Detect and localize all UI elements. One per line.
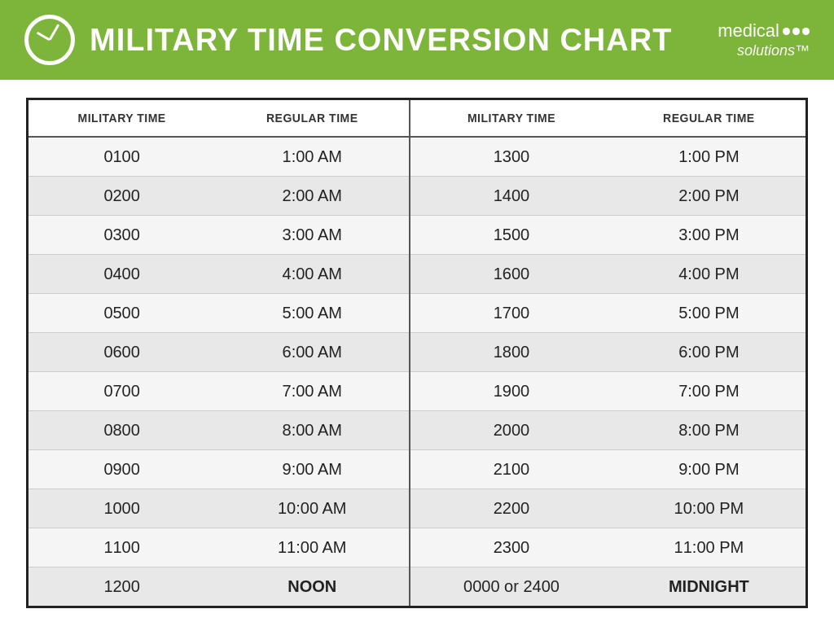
table-row: 110011:00 AM230011:00 PM: [29, 528, 805, 567]
cell-r7-c0: 0800: [29, 411, 215, 450]
cell-r3-c0: 0400: [29, 255, 215, 294]
cell-r6-c2: 1900: [410, 372, 612, 411]
page-header: MILITARY TIME CONVERSION CHART medical s…: [0, 0, 834, 80]
cell-r1-c3: 2:00 PM: [612, 177, 805, 216]
cell-r4-c1: 5:00 AM: [215, 294, 410, 333]
cell-r6-c0: 0700: [29, 372, 215, 411]
table-row: 08008:00 AM20008:00 PM: [29, 411, 805, 450]
table-row: 09009:00 AM21009:00 PM: [29, 450, 805, 489]
page-title: MILITARY TIME CONVERSION CHART: [90, 23, 672, 58]
cell-r2-c2: 1500: [410, 216, 612, 255]
cell-r0-c2: 1300: [410, 137, 612, 177]
brand-solutions-row: solutions™: [737, 42, 810, 59]
cell-r9-c2: 2200: [410, 489, 612, 528]
cell-r3-c1: 4:00 AM: [215, 255, 410, 294]
cell-r6-c1: 7:00 AM: [215, 372, 410, 411]
brand-dot-2: [792, 28, 800, 35]
col-military-2: MILITARY TIME: [410, 100, 612, 137]
brand-solutions: solutions™: [737, 42, 810, 59]
cell-r4-c2: 1700: [410, 294, 612, 333]
cell-r5-c1: 6:00 AM: [215, 333, 410, 372]
brand-dot-3: [802, 28, 810, 35]
cell-r0-c1: 1:00 AM: [215, 137, 410, 177]
cell-r4-c3: 5:00 PM: [612, 294, 805, 333]
cell-r11-c0: 1200: [29, 567, 215, 607]
col-regular-2: REGULAR TIME: [612, 100, 805, 137]
cell-r8-c2: 2100: [410, 450, 612, 489]
cell-r10-c3: 11:00 PM: [612, 528, 805, 567]
cell-r5-c0: 0600: [29, 333, 215, 372]
cell-r6-c3: 7:00 PM: [612, 372, 805, 411]
brand-logo: medical solutions™: [718, 20, 810, 59]
col-military-1: MILITARY TIME: [29, 100, 215, 137]
cell-r11-c1: NOON: [215, 567, 410, 607]
conversion-table-wrapper: MILITARY TIME REGULAR TIME MILITARY TIME…: [26, 98, 808, 608]
cell-r11-c3: MIDNIGHT: [612, 567, 805, 607]
clock-hour-hand: [37, 32, 50, 42]
cell-r5-c3: 6:00 PM: [612, 333, 805, 372]
cell-r2-c0: 0300: [29, 216, 215, 255]
table-row: 100010:00 AM220010:00 PM: [29, 489, 805, 528]
cell-r0-c0: 0100: [29, 137, 215, 177]
table-row: 03003:00 AM15003:00 PM: [29, 216, 805, 255]
table-row: 04004:00 AM16004:00 PM: [29, 255, 805, 294]
cell-r11-c2: 0000 or 2400: [410, 567, 612, 607]
table-body: 01001:00 AM13001:00 PM02002:00 AM14002:0…: [29, 137, 805, 606]
cell-r9-c1: 10:00 AM: [215, 489, 410, 528]
brand-name: medical: [718, 20, 779, 42]
clock-minute-hand: [49, 24, 60, 41]
cell-r2-c1: 3:00 AM: [215, 216, 410, 255]
cell-r3-c3: 4:00 PM: [612, 255, 805, 294]
cell-r7-c1: 8:00 AM: [215, 411, 410, 450]
brand-dot-1: [783, 28, 790, 35]
conversion-table: MILITARY TIME REGULAR TIME MILITARY TIME…: [29, 100, 805, 606]
header-row: MILITARY TIME REGULAR TIME MILITARY TIME…: [29, 100, 805, 137]
cell-r2-c3: 3:00 PM: [612, 216, 805, 255]
col-regular-1: REGULAR TIME: [215, 100, 410, 137]
table-header: MILITARY TIME REGULAR TIME MILITARY TIME…: [29, 100, 805, 137]
cell-r7-c3: 8:00 PM: [612, 411, 805, 450]
cell-r1-c0: 0200: [29, 177, 215, 216]
cell-r4-c0: 0500: [29, 294, 215, 333]
cell-r10-c2: 2300: [410, 528, 612, 567]
table-row: 05005:00 AM17005:00 PM: [29, 294, 805, 333]
header-left: MILITARY TIME CONVERSION CHART: [24, 15, 672, 65]
brand-dots: [783, 28, 810, 35]
cell-r5-c2: 1800: [410, 333, 612, 372]
table-row: 01001:00 AM13001:00 PM: [29, 137, 805, 177]
table-row: 1200NOON0000 or 2400MIDNIGHT: [29, 567, 805, 607]
cell-r1-c2: 1400: [410, 177, 612, 216]
cell-r7-c2: 2000: [410, 411, 612, 450]
cell-r8-c3: 9:00 PM: [612, 450, 805, 489]
cell-r8-c0: 0900: [29, 450, 215, 489]
cell-r10-c1: 11:00 AM: [215, 528, 410, 567]
table-row: 06006:00 AM18006:00 PM: [29, 333, 805, 372]
cell-r8-c1: 9:00 AM: [215, 450, 410, 489]
cell-r0-c3: 1:00 PM: [612, 137, 805, 177]
table-row: 02002:00 AM14002:00 PM: [29, 177, 805, 216]
clock-icon: [24, 15, 75, 65]
table-row: 07007:00 AM19007:00 PM: [29, 372, 805, 411]
cell-r9-c0: 1000: [29, 489, 215, 528]
cell-r9-c3: 10:00 PM: [612, 489, 805, 528]
cell-r10-c0: 1100: [29, 528, 215, 567]
cell-r3-c2: 1600: [410, 255, 612, 294]
brand-name-row: medical: [718, 20, 810, 42]
cell-r1-c1: 2:00 AM: [215, 177, 410, 216]
